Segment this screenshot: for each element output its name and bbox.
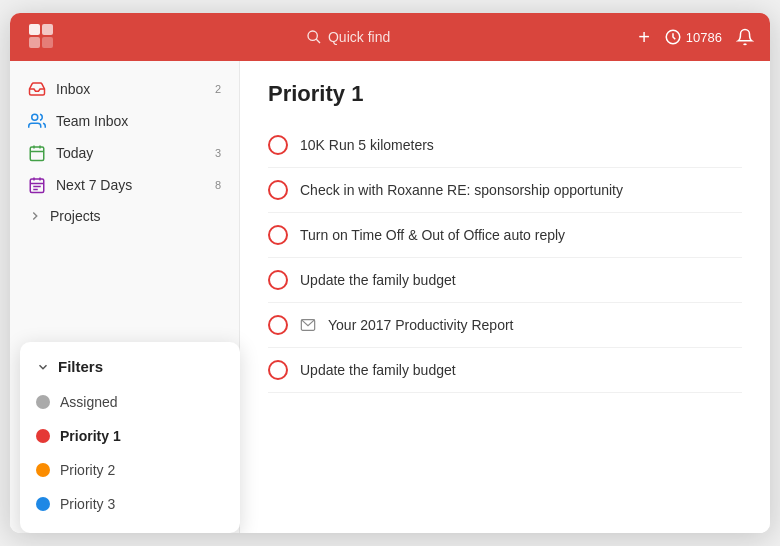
inbox-badge: 2 bbox=[215, 83, 221, 95]
priority3-dot bbox=[36, 497, 50, 511]
filters-header[interactable]: Filters bbox=[20, 350, 240, 385]
task-item[interactable]: Update the family budget bbox=[268, 348, 742, 393]
today-label: Today bbox=[56, 145, 93, 161]
svg-rect-1 bbox=[42, 24, 53, 35]
today-badge: 3 bbox=[215, 147, 221, 159]
email-icon bbox=[300, 317, 316, 333]
count-value: 10786 bbox=[686, 30, 722, 45]
header: Quick find + 10786 bbox=[10, 13, 770, 61]
sidebar-item-next7days[interactable]: Next 7 Days 8 bbox=[10, 169, 239, 201]
content-title: Priority 1 bbox=[268, 81, 742, 107]
task-text-3: Turn on Time Off & Out of Office auto re… bbox=[300, 227, 742, 243]
task-text-2: Check in with Roxanne RE: sponsorship op… bbox=[300, 182, 742, 198]
search-placeholder: Quick find bbox=[328, 29, 390, 45]
task-checkbox-2[interactable] bbox=[268, 180, 288, 200]
clock-icon bbox=[664, 28, 682, 46]
chevron-down-icon bbox=[36, 360, 50, 374]
bell-icon[interactable] bbox=[736, 28, 754, 46]
next7days-badge: 8 bbox=[215, 179, 221, 191]
task-text-5: Your 2017 Productivity Report bbox=[328, 317, 742, 333]
filter-priority2-label: Priority 2 bbox=[60, 462, 115, 478]
task-text-4: Update the family budget bbox=[300, 272, 742, 288]
projects-label: Projects bbox=[50, 208, 101, 224]
filter-priority2[interactable]: Priority 2 bbox=[20, 453, 240, 487]
filter-assigned[interactable]: Assigned bbox=[20, 385, 240, 419]
sidebar: Inbox 2 Team Inbox bbox=[10, 61, 240, 533]
logo[interactable] bbox=[26, 21, 58, 53]
task-text-1: 10K Run 5 kilometers bbox=[300, 137, 742, 153]
search-icon bbox=[306, 29, 322, 45]
next7days-icon bbox=[28, 176, 46, 194]
task-item[interactable]: Your 2017 Productivity Report bbox=[268, 303, 742, 348]
app-window: Quick find + 10786 bbox=[10, 13, 770, 533]
add-button[interactable]: + bbox=[638, 26, 650, 49]
task-item[interactable]: Update the family budget bbox=[268, 258, 742, 303]
task-checkbox-4[interactable] bbox=[268, 270, 288, 290]
filters-panel: Filters Assigned Priority 1 Priority 2 P… bbox=[20, 342, 240, 533]
sidebar-item-today[interactable]: Today 3 bbox=[10, 137, 239, 169]
svg-point-4 bbox=[308, 31, 317, 40]
task-item[interactable]: 10K Run 5 kilometers bbox=[268, 123, 742, 168]
task-list: 10K Run 5 kilometers Check in with Roxan… bbox=[268, 123, 742, 393]
svg-point-7 bbox=[32, 114, 38, 120]
content-area: Priority 1 10K Run 5 kilometers Check in… bbox=[240, 61, 770, 533]
filter-priority1-label: Priority 1 bbox=[60, 428, 121, 444]
task-item[interactable]: Check in with Roxanne RE: sponsorship op… bbox=[268, 168, 742, 213]
header-actions: + 10786 bbox=[638, 26, 754, 49]
chevron-right-icon bbox=[28, 209, 42, 223]
sidebar-item-team-inbox[interactable]: Team Inbox bbox=[10, 105, 239, 137]
team-inbox-icon bbox=[28, 112, 46, 130]
task-checkbox-3[interactable] bbox=[268, 225, 288, 245]
task-checkbox-5[interactable] bbox=[268, 315, 288, 335]
today-icon bbox=[28, 144, 46, 162]
svg-rect-3 bbox=[42, 37, 53, 48]
inbox-icon bbox=[28, 80, 46, 98]
svg-rect-0 bbox=[29, 24, 40, 35]
priority2-dot bbox=[36, 463, 50, 477]
filter-assigned-label: Assigned bbox=[60, 394, 118, 410]
next7days-label: Next 7 Days bbox=[56, 177, 132, 193]
notifications-count[interactable]: 10786 bbox=[664, 28, 722, 46]
svg-rect-2 bbox=[29, 37, 40, 48]
task-text-6: Update the family budget bbox=[300, 362, 742, 378]
task-checkbox-1[interactable] bbox=[268, 135, 288, 155]
sidebar-item-inbox[interactable]: Inbox 2 bbox=[10, 73, 239, 105]
assigned-dot bbox=[36, 395, 50, 409]
main-layout: Inbox 2 Team Inbox bbox=[10, 61, 770, 533]
svg-line-5 bbox=[316, 39, 320, 43]
inbox-label: Inbox bbox=[56, 81, 90, 97]
filter-priority1[interactable]: Priority 1 bbox=[20, 419, 240, 453]
team-inbox-label: Team Inbox bbox=[56, 113, 128, 129]
task-item[interactable]: Turn on Time Off & Out of Office auto re… bbox=[268, 213, 742, 258]
filters-title: Filters bbox=[58, 358, 103, 375]
task-checkbox-6[interactable] bbox=[268, 360, 288, 380]
filter-priority3[interactable]: Priority 3 bbox=[20, 487, 240, 521]
svg-rect-8 bbox=[30, 147, 44, 161]
sidebar-item-projects[interactable]: Projects bbox=[10, 201, 239, 231]
search-bar[interactable]: Quick find bbox=[58, 29, 638, 45]
priority1-dot bbox=[36, 429, 50, 443]
filter-priority3-label: Priority 3 bbox=[60, 496, 115, 512]
